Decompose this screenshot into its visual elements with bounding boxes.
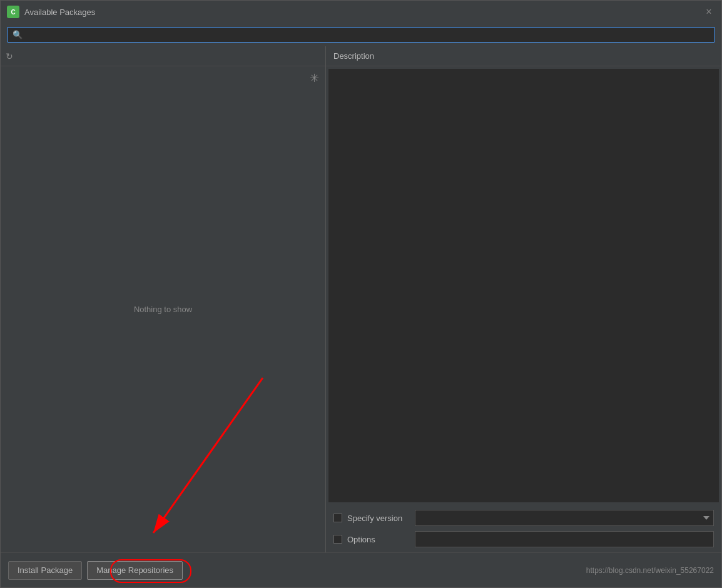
search-input-wrapper: 🔍 [7,27,715,43]
options-section: Specify version Options [326,505,721,552]
title-bar: C Available Packages × [1,1,721,23]
left-panel: ↻ ✳ Nothing to show [1,46,326,552]
install-package-button[interactable]: Install Package [8,561,82,580]
package-list-empty: Nothing to show [1,66,325,552]
options-input[interactable] [415,531,714,547]
specify-version-select[interactable] [415,510,714,526]
main-content: ↻ ✳ Nothing to show Description Specify … [1,46,721,552]
options-checkbox[interactable] [333,535,342,544]
nothing-to-show-text: Nothing to show [134,305,192,314]
specify-version-checkbox[interactable] [333,514,342,522]
close-button[interactable]: × [703,6,715,18]
loading-spinner: ✳ [310,71,319,85]
specify-version-row: Specify version [333,510,714,526]
description-body [328,69,719,502]
bottom-bar: Install Package Manage Repositories http… [1,552,721,587]
right-panel: Description Specify version Options [326,46,721,552]
search-icon: 🔍 [13,30,23,39]
description-label: Description [333,51,374,61]
app-icon: C [7,6,19,18]
refresh-icon[interactable]: ↻ [6,51,13,61]
left-panel-toolbar: ↻ [1,46,325,66]
specify-version-label: Specify version [347,514,410,523]
title-bar-left: C Available Packages [7,6,95,18]
options-label: Options [347,535,410,544]
options-row: Options [333,531,714,547]
main-window: C Available Packages × 🔍 ↻ ✳ Nothing to … [0,0,722,588]
search-bar-container: 🔍 [1,23,721,46]
description-header: Description [326,46,721,66]
bottom-left: Install Package Manage Repositories [8,561,183,580]
window-title: Available Packages [24,8,95,17]
manage-repositories-button[interactable]: Manage Repositories [87,561,183,580]
status-url: https://blog.csdn.net/weixin_55267022 [586,566,714,575]
search-input[interactable] [26,30,709,39]
